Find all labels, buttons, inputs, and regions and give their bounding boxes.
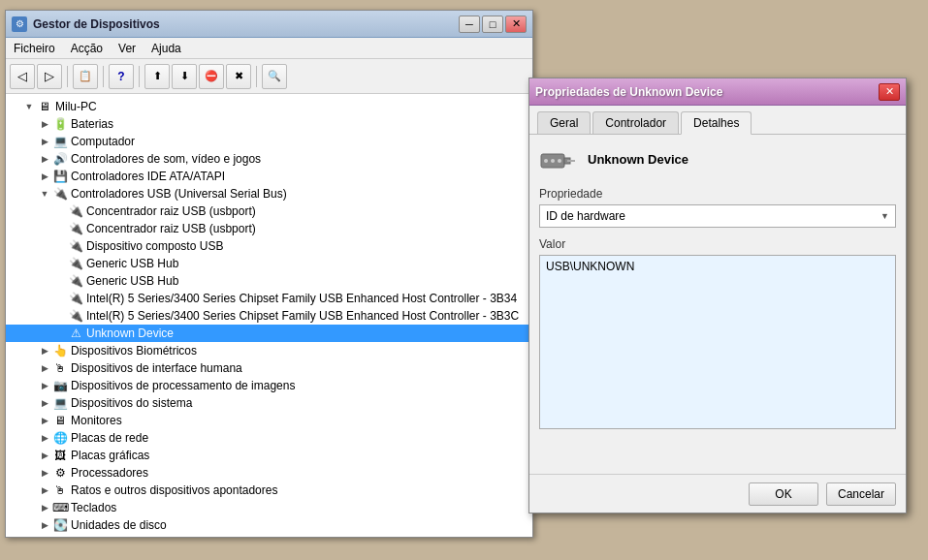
list-item[interactable]: ▶ 💽 Unidades de disco: [6, 516, 532, 534]
cancel-button[interactable]: Cancelar: [826, 482, 896, 506]
update-driver-button[interactable]: ⬆: [144, 64, 170, 89]
list-item[interactable]: ▶ 💾 Controladores IDE ATA/ATAPI: [6, 168, 532, 185]
svg-point-5: [558, 159, 561, 163]
list-item[interactable]: ▶ 🔊 Controladores de som, vídeo e jogos: [6, 150, 532, 168]
tab-detalhes[interactable]: Detalhes: [681, 111, 752, 135]
usb-icon: 🔌: [68, 221, 83, 236]
list-item[interactable]: 🔌 Generic USB Hub: [6, 255, 532, 272]
menu-ver[interactable]: Ver: [111, 40, 144, 57]
usb-icon: 🔌: [68, 203, 83, 219]
dialog-content: Unknown Device Propriedade ID de hardwar…: [529, 135, 906, 439]
root-expander[interactable]: ▼: [21, 99, 37, 114]
list-item[interactable]: ▶ 🖱 Ratos e outros dispositivos apontado…: [6, 482, 532, 499]
list-item[interactable]: ▶ ⌨ Teclados: [6, 499, 532, 516]
item-label: Monitores: [71, 414, 122, 427]
properties-button[interactable]: 📋: [73, 64, 98, 89]
tab-controlador[interactable]: Controlador: [592, 111, 679, 134]
dialog-title: Propriedades de Unknown Device: [535, 85, 879, 99]
item-label: Generic USB Hub: [86, 257, 178, 270]
list-item[interactable]: ▶ 🖼 Placas gráficas: [6, 447, 532, 464]
device-name: Unknown Device: [588, 152, 688, 167]
item-label: Placas gráficas: [71, 449, 149, 462]
list-item[interactable]: ▶ 👆 Dispositivos Biométricos: [6, 342, 532, 359]
toolbar-sep-1: [67, 66, 68, 87]
toolbar-sep-3: [139, 66, 140, 87]
maximize-button[interactable]: □: [482, 16, 503, 33]
item-label: Concentrador raiz USB (usbport): [86, 204, 256, 218]
list-item[interactable]: ▶ 🌐 Placas de rede: [6, 429, 532, 447]
main-window: ⚙ Gestor de Dispositivos ─ □ ✕ Ficheiro …: [5, 10, 533, 538]
tree-root[interactable]: ▼ 🖥 Milu-PC: [6, 98, 532, 115]
item-label: Generic USB Hub: [86, 274, 178, 288]
cpu-icon: ⚙: [52, 465, 68, 481]
title-bar-buttons: ─ □ ✕: [459, 16, 527, 33]
keyboard-icon: ⌨: [52, 500, 68, 515]
value-label: Valor: [539, 237, 896, 251]
main-window-icon: ⚙: [12, 16, 27, 32]
menu-ajuda[interactable]: Ajuda: [144, 40, 189, 57]
list-item[interactable]: ▶ 🖥 Monitores: [6, 412, 532, 429]
property-dropdown[interactable]: ID de hardware ▼: [539, 204, 896, 228]
item-label: Concentrador raiz USB (usbport): [86, 222, 256, 235]
system-icon: 💻: [52, 395, 68, 411]
property-dropdown-value: ID de hardware: [546, 209, 625, 223]
biometric-icon: 👆: [52, 343, 68, 358]
dialog-close-button[interactable]: ✕: [879, 83, 900, 101]
main-title-bar: ⚙ Gestor de Dispositivos ─ □ ✕: [6, 11, 532, 38]
value-box: USB\UNKNOWN: [539, 255, 896, 429]
minimize-button[interactable]: ─: [459, 16, 480, 33]
computer-icon: 💻: [52, 134, 68, 149]
menu-ficheiro[interactable]: Ficheiro: [6, 40, 63, 57]
dialog-tabs: Geral Controlador Detalhes: [529, 106, 906, 135]
warning-icon: ⚠: [68, 326, 83, 341]
list-item[interactable]: 🔌 Intel(R) 5 Series/3400 Series Chipset …: [6, 290, 532, 307]
menu-bar: Ficheiro Acção Ver Ajuda: [6, 38, 532, 59]
item-label: Unknown Device: [86, 327, 174, 340]
computer-icon: 🖥: [37, 99, 52, 114]
list-item[interactable]: ▶ 🔋 Baterias: [6, 115, 532, 133]
root-label: Milu-PC: [55, 100, 97, 113]
svg-rect-2: [567, 160, 575, 162]
forward-button[interactable]: ▷: [37, 64, 62, 89]
item-label: Intel(R) 5 Series/3400 Series Chipset Fa…: [86, 309, 519, 323]
list-item[interactable]: 🔌 Concentrador raiz USB (usbport): [6, 220, 532, 237]
back-button[interactable]: ◁: [10, 64, 35, 89]
list-item[interactable]: ▶ 💻 Computador: [6, 133, 532, 150]
item-label: Controladores IDE ATA/ATAPI: [71, 170, 225, 183]
ok-button[interactable]: OK: [749, 482, 818, 506]
value-content: USB\UNKNOWN: [546, 260, 634, 273]
mouse-icon: 🖱: [52, 482, 68, 498]
usb-device-icon: [539, 144, 578, 173]
property-label: Propriedade: [539, 187, 896, 201]
list-item[interactable]: ▶ 💻 Dispositivos do sistema: [6, 394, 532, 412]
item-label: Dispositivos de interface humana: [71, 361, 242, 375]
item-label: Unidades de disco: [71, 518, 167, 532]
dialog-footer: OK Cancelar: [529, 474, 906, 513]
list-item[interactable]: ▶ 📷 Dispositivos de processamento de ima…: [6, 377, 532, 394]
disable-button[interactable]: ⛔: [199, 64, 224, 89]
svg-point-3: [544, 159, 548, 163]
scan-button[interactable]: 🔍: [262, 64, 287, 89]
list-item[interactable]: 🔌 Intel(R) 5 Series/3400 Series Chipset …: [6, 307, 532, 325]
uninstall-button[interactable]: ✖: [226, 64, 251, 89]
rollback-button[interactable]: ⬇: [172, 64, 197, 89]
list-item[interactable]: 🔌 Generic USB Hub: [6, 272, 532, 290]
device-tree: ▼ 🖥 Milu-PC ▶ 🔋 Baterias ▶ 💻 Computador …: [6, 94, 532, 537]
battery-icon: 🔋: [52, 116, 68, 132]
menu-accao[interactable]: Acção: [63, 40, 111, 57]
monitor-icon: 🖥: [52, 413, 68, 428]
tab-geral[interactable]: Geral: [537, 111, 591, 134]
usb-hub-icon: 🔌: [68, 273, 83, 289]
unknown-device-item[interactable]: ⚠ Unknown Device: [6, 325, 532, 342]
item-label: Teclados: [71, 501, 116, 514]
usb-hub-icon: 🔌: [68, 256, 83, 271]
list-item[interactable]: ▶ ⚙ Processadores: [6, 464, 532, 482]
intel-usb-icon: 🔌: [68, 308, 83, 324]
list-item[interactable]: 🔌 Dispositivo composto USB: [6, 237, 532, 255]
list-item[interactable]: 🔌 Concentrador raiz USB (usbport): [6, 202, 532, 220]
list-item[interactable]: ▼ 🔌 Controladores USB (Universal Serial …: [6, 185, 532, 202]
help-button[interactable]: ?: [109, 64, 134, 89]
item-label: Dispositivo composto USB: [86, 239, 223, 253]
list-item[interactable]: ▶ 🖱 Dispositivos de interface humana: [6, 359, 532, 377]
close-button[interactable]: ✕: [505, 16, 527, 33]
